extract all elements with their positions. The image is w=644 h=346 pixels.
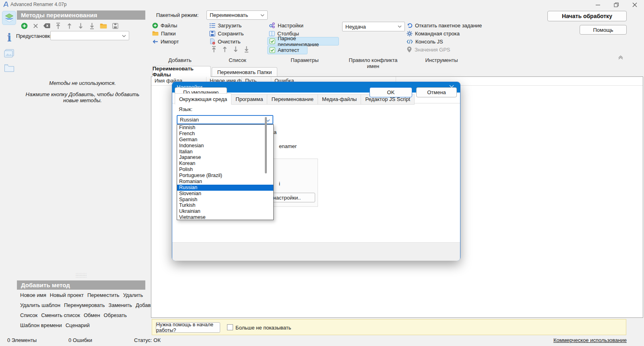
minimize-button[interactable]: [588, 0, 607, 10]
arrow-down-icon: [78, 23, 84, 29]
undo-batch-label: Откатить пакетное задание: [415, 23, 482, 29]
start-batch-button[interactable]: Начать обработку: [547, 11, 627, 21]
add-method-item[interactable]: Сценарий: [66, 322, 90, 328]
maximize-button[interactable]: [607, 0, 625, 10]
add-method-item[interactable]: Удалить шаблон: [20, 302, 60, 308]
save-preset-button[interactable]: [111, 21, 120, 30]
command-line-label: Командная строка: [415, 31, 460, 37]
folder-panel-button[interactable]: [3, 63, 15, 73]
ok-button[interactable]: OK: [369, 87, 412, 97]
tab-renaming[interactable]: Переименование: [267, 94, 318, 105]
clear-methods-button[interactable]: [42, 21, 51, 30]
add-method-item[interactable]: Обмен: [84, 312, 100, 318]
command-line-button[interactable]: Командная строка: [407, 30, 460, 37]
move-up-icon[interactable]: [222, 46, 228, 53]
language-label: Язык:: [179, 106, 192, 112]
getting-started-button[interactable]: Нужна помощь в начале работы?: [156, 322, 220, 333]
language-option[interactable]: Turkish: [177, 202, 273, 208]
language-select[interactable]: Russian: [177, 115, 273, 124]
clear-list-label: Очистить: [218, 39, 241, 45]
add-method-header: Добавить метод: [17, 280, 145, 290]
batch-mode-select[interactable]: Переименовать: [206, 10, 268, 20]
gear-icon: [407, 31, 413, 37]
tab-rename-folders[interactable]: Переименовать Папки: [212, 67, 277, 77]
move-method-down-button[interactable]: [76, 21, 85, 30]
add-method-item[interactable]: Шаблон времени: [20, 322, 62, 328]
batch-mode-label: Пакетный режим:: [156, 12, 198, 18]
move-down-icon[interactable]: [233, 46, 239, 53]
load-list-button[interactable]: Загрузить: [209, 22, 242, 29]
move-top-icon[interactable]: [211, 46, 217, 53]
language-option[interactable]: Spanish: [177, 197, 273, 203]
dont-show-again-checkbox[interactable]: [227, 324, 233, 330]
tab-program[interactable]: Программа: [231, 94, 267, 105]
plus-circle-icon: [152, 23, 158, 29]
commercial-use-link[interactable]: Коммерческое использование: [553, 337, 627, 343]
gps-values-button[interactable]: Значения GPS: [407, 46, 450, 53]
language-option[interactable]: German: [177, 137, 273, 143]
list-icon: [209, 23, 215, 29]
save-list-button[interactable]: Сохранить: [209, 30, 244, 37]
language-option[interactable]: Japanese: [177, 154, 273, 161]
chevron-down-icon: [122, 35, 126, 37]
add-folders-button[interactable]: Папки: [152, 30, 176, 37]
add-method-item[interactable]: Обрезать: [104, 312, 127, 318]
language-option[interactable]: Russian: [177, 185, 273, 191]
checkbox-checked-icon: [269, 38, 275, 44]
language-option[interactable]: Portuguese (Brazil): [177, 173, 273, 179]
cancel-button[interactable]: Отмена: [416, 87, 457, 97]
open-preset-button[interactable]: [99, 21, 108, 30]
presets-select[interactable]: [50, 31, 129, 40]
import-label: Импорт: [161, 39, 179, 45]
tab-environment[interactable]: Окружающая среда: [175, 93, 231, 105]
language-option[interactable]: Indonesian: [177, 143, 273, 149]
splitter-handle[interactable]: ::::::::::::::::: [76, 273, 87, 278]
add-files-button[interactable]: Файлы: [152, 22, 177, 29]
conflict-rule-select[interactable]: Неудача: [342, 22, 405, 31]
move-bottom-icon[interactable]: [244, 46, 250, 53]
pair-renaming-toggle[interactable]: Парное переименование: [267, 37, 339, 45]
language-option[interactable]: Polish: [177, 167, 273, 173]
tab-rename-files[interactable]: Переименовать Файлы: [152, 66, 211, 77]
undo-batch-button[interactable]: Откатить пакетное задание: [407, 22, 482, 29]
js-console-button[interactable]: Консоль JS: [407, 38, 443, 45]
language-option[interactable]: Italian: [177, 149, 273, 155]
language-option[interactable]: French: [177, 131, 273, 137]
dont-show-again-label: Больше не показывать: [235, 325, 291, 331]
add-method-item[interactable]: Перенумеровать: [64, 302, 105, 308]
tab-media-files[interactable]: Медиа-файлы: [318, 94, 361, 105]
language-option[interactable]: Ukrainian: [177, 208, 273, 214]
language-option[interactable]: Romanian: [177, 179, 273, 185]
close-button[interactable]: [625, 0, 644, 10]
add-method-item[interactable]: Список: [20, 312, 37, 318]
language-option[interactable]: Vietnamese: [177, 214, 273, 220]
language-option[interactable]: Finnish: [177, 125, 273, 131]
language-list-scrollbar[interactable]: [265, 117, 267, 173]
save-list-label: Сохранить: [218, 31, 244, 37]
collapse-toolbar-button[interactable]: [617, 54, 624, 60]
group-caption-add: Добавить: [164, 57, 196, 63]
language-option[interactable]: Slovenian: [177, 191, 273, 197]
autotest-toggle[interactable]: Автотест: [267, 46, 308, 54]
clear-list-button[interactable]: Очистить: [209, 38, 241, 45]
add-method-item[interactable]: Сменить список: [41, 312, 80, 318]
add-method-item[interactable]: Заменить: [109, 302, 132, 308]
add-method-item[interactable]: Удалить: [123, 292, 143, 298]
help-button[interactable]: Помощь: [580, 25, 627, 35]
add-method-item[interactable]: Новое имя: [20, 292, 46, 298]
move-method-up-button[interactable]: [65, 21, 74, 30]
language-option[interactable]: Korean: [177, 161, 273, 167]
settings-label: Настройки: [278, 23, 303, 29]
info-panel-button[interactable]: i: [4, 31, 15, 44]
add-method-button[interactable]: [20, 21, 29, 30]
add-method-item[interactable]: Новый проект: [50, 292, 84, 298]
move-method-top-button[interactable]: [54, 21, 62, 30]
move-method-bottom-button[interactable]: [87, 21, 96, 30]
settings-button[interactable]: Настройки: [269, 22, 303, 29]
methods-panel-button[interactable]: [2, 11, 16, 25]
import-button[interactable]: Импорт: [152, 38, 179, 45]
image-panel-button[interactable]: [3, 48, 15, 59]
status-state: Статус: ОК: [134, 337, 161, 343]
remove-method-button[interactable]: [31, 21, 40, 30]
add-method-item[interactable]: Переместить: [87, 292, 120, 298]
